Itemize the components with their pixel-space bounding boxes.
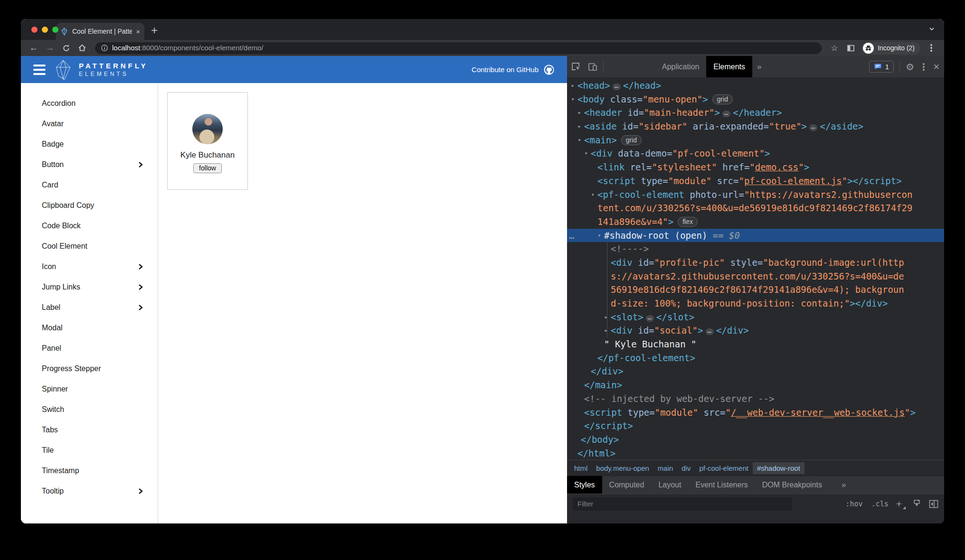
dom-tree-row[interactable]: ▾<pf-cool-element photo-url="https://ava… (567, 188, 944, 202)
dom-tree-row[interactable]: " Kyle Buchanan " (567, 337, 944, 351)
site-info-icon[interactable] (101, 44, 108, 52)
disclosure-triangle-icon[interactable]: ▸ (576, 120, 583, 133)
dom-tree-row[interactable]: …▾#shadow-root (open) == $0 (567, 229, 944, 243)
layout-badge-grid[interactable]: grid (621, 135, 642, 145)
browser-tab[interactable]: Cool Element | PatternFly Elem × (56, 23, 144, 40)
new-style-rule-icon[interactable]: + (896, 498, 905, 510)
dom-tree-row[interactable]: ▸<head>…</head> (567, 79, 944, 93)
disclosure-triangle-icon[interactable]: ▾ (582, 147, 590, 160)
devtools-tab-application[interactable]: Application (655, 56, 706, 77)
devtools-menu-icon[interactable] (918, 56, 929, 77)
sidebar-item-switch[interactable]: Switch (21, 399, 158, 420)
sidebar-item-clipboard-copy[interactable]: Clipboard Copy (21, 195, 158, 215)
inspect-element-icon[interactable] (567, 56, 584, 77)
rendering-emulation-icon[interactable] (912, 499, 921, 508)
sidebar-item-button[interactable]: Button (21, 154, 158, 175)
dom-tree-row[interactable]: <!-- injected by web-dev-server --> (567, 392, 944, 406)
zoom-window-button[interactable] (52, 27, 58, 33)
expand-inline-icon[interactable]: … (613, 84, 621, 90)
disclosure-triangle-icon[interactable]: ▾ (589, 188, 596, 202)
sidebar-item-badge[interactable]: Badge (21, 134, 158, 154)
sidebar-item-modal[interactable]: Modal (21, 317, 158, 338)
layout-badge-flex[interactable]: flex (678, 217, 698, 227)
dom-tree-row[interactable]: 56919e816dc9f821469c2f86174f29141a896e&v… (567, 283, 944, 297)
dom-tree-row[interactable]: ▸<header id="main-header">…</header> (567, 106, 944, 120)
sidebar-item-panel[interactable]: Panel (21, 338, 158, 358)
sidebar-item-code-block[interactable]: Code Block (21, 215, 158, 236)
dom-tree-row[interactable]: <!----> (567, 242, 944, 256)
dom-tree-row[interactable]: </div> (567, 364, 944, 378)
dom-tree-row[interactable]: ▾<body class="menu-open">grid (567, 93, 944, 106)
profile-badge[interactable]: Incognito (2) (861, 42, 920, 55)
panel-tab-computed[interactable]: Computed (602, 476, 652, 494)
dom-tree-row[interactable]: 141a896e&v=4">flex (567, 215, 944, 229)
expand-inline-icon[interactable]: … (722, 111, 730, 117)
row-menu-icon[interactable]: … (569, 229, 574, 243)
dom-tree-row[interactable]: s://avatars2.githubusercontent.com/u/330… (567, 270, 944, 283)
close-window-button[interactable] (31, 27, 38, 33)
side-panel-icon[interactable] (843, 41, 858, 55)
style-toggle-cls[interactable]: .cls (871, 500, 889, 508)
back-icon[interactable]: ← (27, 41, 41, 55)
dom-tree-row[interactable]: <script type="module" src="/__web-dev-se… (567, 406, 944, 420)
dom-tree-row[interactable]: </script> (567, 419, 944, 433)
reload-icon[interactable] (59, 41, 73, 55)
panel-tab-styles[interactable]: Styles (567, 476, 602, 494)
dom-tree-row[interactable]: d-size: 100%; background-position: conta… (567, 297, 944, 310)
devtools-settings-icon[interactable]: ⚙ (906, 61, 914, 73)
home-icon[interactable] (75, 41, 89, 55)
tab-search-chevron-icon[interactable] (928, 25, 936, 33)
dom-tree-row[interactable]: ▾<main>grid (567, 133, 944, 147)
disclosure-triangle-icon[interactable]: ▸ (569, 79, 577, 93)
sidebar-item-card[interactable]: Card (21, 175, 158, 195)
sidebar-item-tooltip[interactable]: Tooltip (21, 481, 158, 501)
dom-tree-row[interactable]: ▸<aside id="sidebar" aria-expanded="true… (567, 120, 944, 133)
panel-tabs-more-icon[interactable]: » (836, 480, 851, 490)
panel-tab-dom-breakpoints[interactable]: DOM Breakpoints (755, 476, 829, 494)
dom-tree-row[interactable]: </html> (567, 447, 944, 460)
tab-close-icon[interactable]: × (136, 28, 140, 36)
dom-tree-row[interactable]: </body> (567, 433, 944, 447)
dom-tree-row[interactable]: </pf-cool-element> (567, 351, 944, 365)
forward-icon[interactable]: → (43, 41, 57, 55)
breadcrumb-item[interactable]: #shadow-root (753, 462, 804, 474)
dom-tree-row[interactable]: tent.com/u/330256?s=400&u=de56919e816dc9… (567, 201, 944, 215)
dom-tree-row[interactable]: ▾<div data-demo="pf-cool-element"> (567, 147, 944, 160)
sidebar-item-avatar[interactable]: Avatar (21, 113, 158, 134)
sidebar-item-tabs[interactable]: Tabs (21, 420, 158, 440)
menu-hamburger-icon[interactable] (33, 65, 46, 75)
dom-tree-row[interactable]: ▸<slot>…</slot> (567, 310, 944, 324)
dom-tree-row[interactable]: <div id="profile-pic" style="background-… (567, 256, 944, 270)
expand-inline-icon[interactable]: … (706, 328, 714, 335)
breadcrumb-item[interactable]: div (677, 462, 695, 474)
layout-badge-grid[interactable]: grid (712, 94, 733, 104)
site-brand[interactable]: PATTERNFLY ELEMENTS (53, 59, 148, 80)
new-tab-button[interactable]: + (151, 25, 158, 36)
dom-tree-row[interactable]: ▸<div id="social">…</div> (567, 324, 944, 337)
breadcrumb-item[interactable]: main (653, 462, 678, 474)
sidebar-item-icon[interactable]: Icon (21, 256, 158, 277)
minimize-window-button[interactable] (42, 27, 48, 33)
disclosure-triangle-icon[interactable]: ▸ (602, 324, 610, 337)
dom-tree-row[interactable]: <link rel="stylesheet" href="demo.css"> (567, 160, 944, 174)
follow-button[interactable]: follow (193, 163, 222, 173)
devtools-tab-elements[interactable]: Elements (706, 56, 752, 77)
devtools-close-icon[interactable]: × (933, 61, 939, 73)
sidebar-item-accordion[interactable]: Accordion (21, 93, 158, 113)
more-panels-icon[interactable]: » (752, 62, 766, 72)
breadcrumb-item[interactable]: html (570, 462, 592, 474)
panel-tab-event-listeners[interactable]: Event Listeners (688, 476, 755, 494)
device-toolbar-icon[interactable] (584, 56, 601, 77)
panel-tab-layout[interactable]: Layout (651, 476, 688, 494)
contribute-link[interactable]: Contribute on GitHub (472, 64, 555, 75)
sidebar-item-timestamp[interactable]: Timestamp (21, 460, 158, 481)
breadcrumb-item[interactable]: pf-cool-element (695, 462, 753, 474)
address-bar[interactable]: localhost:8000/components/cool-element/d… (95, 42, 822, 54)
dock-side-icon[interactable] (929, 500, 938, 508)
styles-filter-input[interactable]: Filter (573, 497, 792, 511)
sidebar-item-label[interactable]: Label (21, 297, 158, 317)
dom-tree-row[interactable]: <script type="module" src="pf-cool-eleme… (567, 174, 944, 188)
sidebar-item-spinner[interactable]: Spinner (21, 379, 158, 399)
breadcrumb-item[interactable]: body.menu-open (592, 462, 653, 474)
bookmark-star-icon[interactable]: ☆ (827, 41, 842, 55)
